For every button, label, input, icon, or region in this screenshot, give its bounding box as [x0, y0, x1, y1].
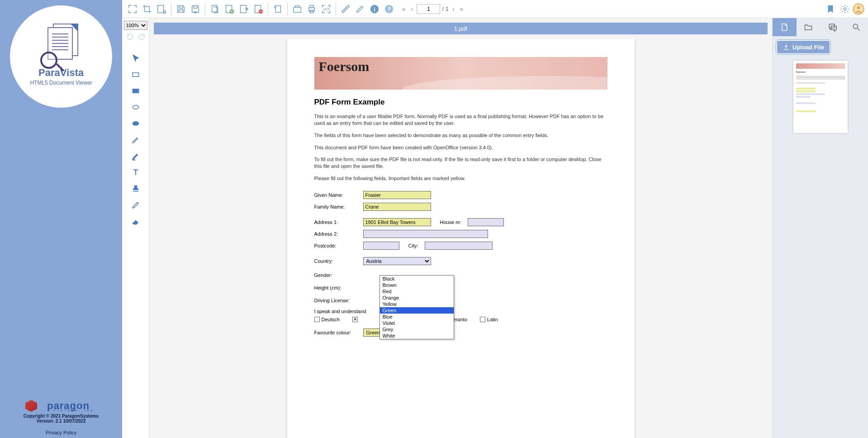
- save-as-icon[interactable]: [189, 2, 202, 16]
- label-fav-colour: Favourite colour:: [314, 330, 360, 335]
- tab-files[interactable]: [773, 18, 797, 36]
- highlighter-tool-icon[interactable]: [127, 132, 145, 148]
- sidebar-footer: paragon SYSTEMS, INC. Copyright © 2021 P…: [0, 400, 122, 435]
- copyright-text: Copyright © 2021 ParagonSystems: [0, 414, 122, 419]
- label-address2: Address 2:: [314, 231, 360, 237]
- ruler-icon[interactable]: [339, 2, 352, 16]
- rotate-controls: [126, 33, 146, 41]
- pdf-banner: Foersom: [314, 57, 607, 90]
- sidebar-brand: ParaVista HTML5 Document Viewer paragon …: [0, 0, 122, 438]
- pdf-para-2: The fields of this form have been select…: [314, 132, 607, 139]
- colour-option[interactable]: Violet: [380, 320, 454, 326]
- pdf-para-5: Please fill out the following fields. Im…: [314, 175, 607, 182]
- lang-la: Latin: [487, 317, 498, 322]
- pdf-para-3: This document and PDF form have been cre…: [314, 144, 607, 151]
- checkbox-latin[interactable]: [480, 317, 485, 322]
- checkbox-english[interactable]: ✕: [352, 317, 358, 322]
- export-page-icon[interactable]: [237, 2, 251, 16]
- settings-icon[interactable]: [838, 2, 852, 16]
- annotation-palette: 100%: [122, 18, 149, 438]
- pdf-page: Foersom PDF Form Example This is an exam…: [287, 39, 635, 438]
- svg-point-23: [133, 122, 138, 125]
- rotate-right-icon[interactable]: [138, 33, 146, 41]
- save-icon[interactable]: [174, 2, 188, 16]
- add-page-icon[interactable]: [223, 2, 236, 16]
- help-icon[interactable]: ?: [382, 2, 396, 16]
- privacy-link[interactable]: Privacy Policy: [0, 430, 122, 435]
- lang-de: Deutsch: [322, 317, 340, 322]
- svg-rect-12: [310, 10, 313, 13]
- field-given-name[interactable]: [363, 191, 431, 199]
- svg-text:OCR: OCR: [323, 7, 330, 10]
- search-page-icon[interactable]: [155, 2, 168, 16]
- pdf-brand: Foersom: [314, 57, 607, 76]
- tab-search[interactable]: [844, 18, 868, 36]
- label-driving: Driving License:: [314, 298, 360, 303]
- stamp-tool-icon[interactable]: [127, 181, 145, 196]
- colour-option[interactable]: Brown: [380, 282, 454, 288]
- marker-tool-icon[interactable]: [127, 148, 145, 164]
- colour-option[interactable]: Black: [380, 276, 454, 282]
- fit-page-icon[interactable]: [126, 2, 139, 16]
- svg-rect-9: [294, 7, 301, 12]
- field-country[interactable]: Austria: [363, 257, 431, 265]
- page-input[interactable]: [417, 4, 440, 14]
- upload-file-button[interactable]: Upload File: [776, 40, 830, 54]
- text-tool-icon[interactable]: [127, 165, 145, 180]
- copy-page-icon[interactable]: [208, 2, 222, 16]
- bookmark-icon[interactable]: [824, 2, 837, 16]
- pointer-tool-icon[interactable]: [127, 51, 145, 66]
- eraser-tool-icon[interactable]: [127, 214, 145, 229]
- info-icon[interactable]: i: [368, 2, 381, 16]
- scan-icon[interactable]: [290, 2, 304, 16]
- field-city[interactable]: [425, 242, 493, 250]
- pen-tool-icon[interactable]: [127, 197, 145, 213]
- filled-rectangle-tool-icon[interactable]: [127, 83, 145, 99]
- tab-folders[interactable]: [797, 18, 821, 36]
- tab-comments[interactable]: [821, 18, 844, 36]
- colour-option[interactable]: White: [380, 333, 454, 339]
- field-family-name[interactable]: [363, 203, 431, 211]
- next-page-button[interactable]: ›: [451, 5, 456, 13]
- rectangle-tool-icon[interactable]: [127, 67, 145, 82]
- document-scroll[interactable]: Foersom PDF Form Example This is an exam…: [149, 39, 772, 438]
- right-panel-tabs: [773, 18, 868, 36]
- prev-page-button[interactable]: ‹: [409, 5, 415, 13]
- field-address2[interactable]: [363, 230, 488, 238]
- field-address1[interactable]: [363, 218, 431, 226]
- colour-option[interactable]: Orange: [380, 295, 454, 301]
- rotate-left-icon[interactable]: [126, 33, 134, 41]
- last-page-button[interactable]: »: [458, 5, 465, 13]
- brand-logo: ParaVista HTML5 Document Viewer: [10, 5, 112, 108]
- colour-dropdown-list[interactable]: BlackBrownRedOrangeYellowGreenBlueViolet…: [379, 275, 454, 339]
- ocr-icon[interactable]: OCR: [319, 2, 333, 16]
- colour-option[interactable]: Yellow: [380, 301, 454, 307]
- field-postcode[interactable]: [363, 242, 399, 250]
- svg-text:i: i: [374, 6, 375, 12]
- label-given-name: Given Name:: [314, 192, 360, 198]
- svg-rect-2: [212, 5, 217, 12]
- zoom-select[interactable]: 100%: [124, 21, 147, 30]
- delete-page-icon[interactable]: [251, 2, 265, 16]
- colour-option[interactable]: Grey: [380, 326, 454, 333]
- edit-tool-icon[interactable]: [353, 2, 367, 16]
- label-address1: Address 1:: [314, 219, 360, 225]
- print-icon[interactable]: [305, 2, 318, 16]
- field-house-nr[interactable]: [468, 218, 504, 226]
- page-thumbnail[interactable]: Foersom: [793, 61, 848, 133]
- label-city: City:: [408, 243, 418, 248]
- crop-icon[interactable]: [140, 2, 154, 16]
- svg-point-24: [853, 24, 858, 29]
- rotate-page-icon[interactable]: [271, 2, 285, 16]
- checkbox-deutsch[interactable]: [314, 317, 320, 322]
- ellipse-tool-icon[interactable]: [127, 100, 145, 115]
- document-title-bar: 1.pdf: [154, 23, 768, 34]
- filled-ellipse-tool-icon[interactable]: [127, 116, 145, 131]
- document-filename: 1.pdf: [454, 25, 467, 32]
- svg-text:?: ?: [387, 5, 391, 12]
- user-avatar-icon[interactable]: [853, 3, 864, 15]
- colour-option[interactable]: Green: [380, 307, 454, 314]
- colour-option[interactable]: Blue: [380, 314, 454, 320]
- colour-option[interactable]: Red: [380, 288, 454, 295]
- first-page-button[interactable]: «: [400, 5, 408, 13]
